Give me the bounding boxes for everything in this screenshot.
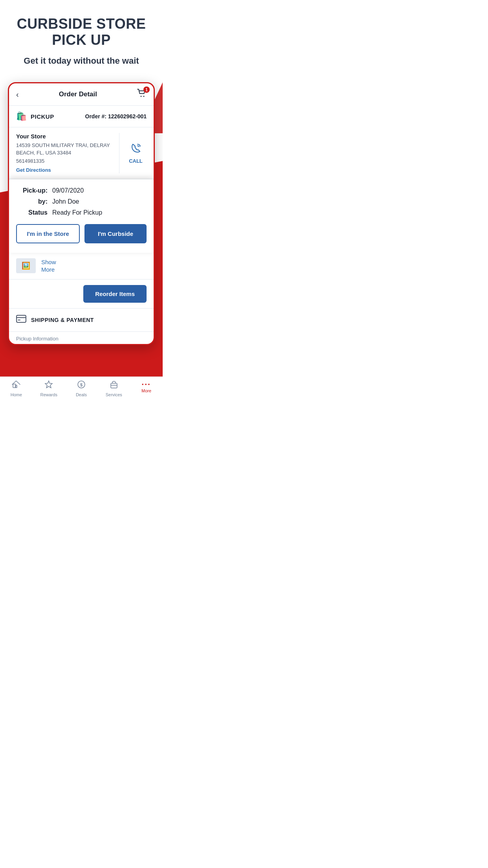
nav-item-rewards[interactable]: Rewards [33,380,65,397]
nav-label-more: More [141,388,151,393]
pickup-details-popup: Pick-up: 09/07/2020 by: John Doe Status … [9,179,154,253]
pickup-date-row: Pick-up: 09/07/2020 [16,187,147,194]
svg-point-0 [140,96,141,97]
item-thumbnail: 🖼️ [16,258,36,273]
store-info-left: Your Store 14539 SOUTH MILITARY TRAI, DE… [16,133,115,173]
store-info-row: Your Store 14539 SOUTH MILITARY TRAI, DE… [9,127,154,179]
order-header: ‹ Order Detail 1 [9,83,154,106]
phone-card-area: ‹ Order Detail 1 [0,82,163,345]
deals-icon: $ [77,380,86,391]
back-button[interactable]: ‹ [16,90,19,99]
cart-icon-wrap[interactable]: 1 [137,89,147,100]
store-address: 14539 SOUTH MILITARY TRAI, DELRAY BEACH,… [16,142,115,156]
pickup-date-value: 09/07/2020 [52,187,84,194]
store-phone: 5614981335 [16,158,115,164]
in-store-button[interactable]: I'm in the Store [16,224,80,243]
home-icon [12,380,20,391]
pickup-status-row: Status Ready For Pickup [16,209,147,216]
order-number: Order #: 122602962-001 [85,113,147,120]
reorder-row: Reorder Items [9,280,154,309]
bag-icon: 🛍️ [16,111,27,121]
pickup-date-label: Pick-up: [16,187,48,194]
pickup-by-value: John Doe [52,198,79,205]
curbside-button[interactable]: I'm Curbside [84,224,147,243]
pickup-by-row: by: John Doe [16,198,147,205]
call-section[interactable]: CALL [119,133,147,173]
nav-item-more[interactable]: ●●● More [130,380,163,397]
page-wrapper: CURBSIDE STORE PICK UP Get it today with… [0,0,163,399]
pickup-info-label: Pickup Information [16,336,59,342]
rewards-icon [44,380,53,391]
svg-rect-2 [17,315,26,322]
services-icon [110,380,118,391]
more-icon: ●●● [142,383,151,386]
pickup-left: 🛍️ PICKUP [16,111,54,121]
nav-label-deals: Deals [76,392,87,397]
credit-card-icon [16,315,26,325]
pickup-row: 🛍️ PICKUP Order #: 122602962-001 [9,106,154,127]
nav-item-home[interactable]: Home [0,380,33,397]
nav-item-services[interactable]: Services [97,380,130,397]
svg-point-1 [143,96,144,97]
pickup-by-label: by: [16,198,48,205]
action-buttons: I'm in the Store I'm Curbside [16,224,147,243]
store-name: Your Store [16,133,115,140]
reorder-button[interactable]: Reorder Items [83,285,147,303]
call-label: CALL [129,158,143,164]
cart-badge: 1 [143,86,150,93]
hero-title: CURBSIDE STORE PICK UP [12,16,151,48]
svg-text:$: $ [80,382,83,387]
pickup-info-row: Pickup Information [9,332,154,344]
show-more-link[interactable]: Show More [41,258,56,274]
pickup-status-label: Status [16,209,48,216]
order-detail-title: Order Detail [59,90,97,98]
pickup-label: PICKUP [31,113,54,120]
show-more-row: 🖼️ Show More [9,253,154,280]
call-icon [130,143,141,156]
nav-label-rewards: Rewards [40,392,57,397]
get-directions-link[interactable]: Get Directions [16,167,51,173]
phone-screen: ‹ Order Detail 1 [8,82,155,345]
nav-item-deals[interactable]: $ Deals [65,380,98,397]
shipping-row: SHIPPING & PAYMENT [9,309,154,332]
hero-subtitle: Get it today without the wait [12,55,151,67]
svg-marker-8 [45,381,52,388]
pickup-status-value: Ready For Pickup [52,209,102,216]
svg-rect-11 [111,383,117,388]
bottom-nav: Home Rewards $ Deals [0,377,163,399]
hero-section: CURBSIDE STORE PICK UP Get it today with… [0,0,163,74]
svg-rect-7 [15,385,17,388]
nav-label-services: Services [106,392,122,397]
shipping-label: SHIPPING & PAYMENT [31,317,94,323]
nav-label-home: Home [11,392,22,397]
